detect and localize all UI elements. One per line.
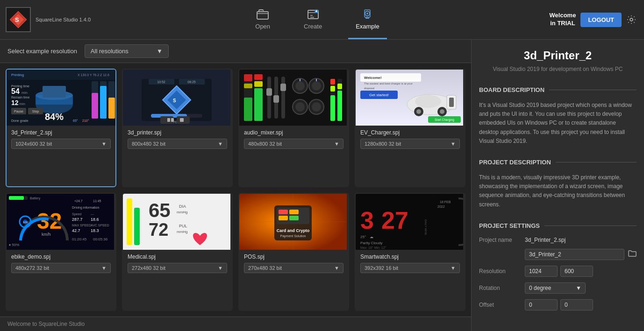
svg-text:54: 54	[11, 87, 20, 95]
svg-text:The easiest and best charger i: The easiest and best charger is at your	[364, 82, 413, 85]
status-bar: Welcome to SquareLine Studio	[0, 317, 471, 331]
logout-button[interactable]: LOGOUT	[580, 13, 622, 27]
card-resolution-pos[interactable]: 270x480 32 bit ▼	[244, 263, 343, 273]
svg-text:Speed: Speed	[72, 212, 81, 216]
project-description-body: This is a modern, visually impressive 3D…	[472, 170, 644, 216]
svg-text:☁: ☁	[370, 235, 373, 239]
example-card-medical[interactable]: 65 DIA mmHg 72 PUL mmHg Medical.spj 272	[122, 193, 233, 311]
card-thumb-3d-printer: S 70% 10:52 08:25	[123, 70, 232, 126]
svg-text:♦ 50%: ♦ 50%	[9, 243, 19, 247]
svg-text:disposal: disposal	[364, 87, 374, 90]
svg-rect-81	[330, 95, 335, 121]
card-info-3d-printer-2: 3d_Printer_2.spj 1024x600 32 bit ▼	[7, 126, 115, 153]
svg-text:3: 3	[360, 207, 374, 234]
board-description-header: BOARD DESCRIPTION	[472, 80, 644, 98]
card-thumb-medical: 65 DIA mmHg 72 PUL mmHg	[123, 194, 232, 250]
example-card-3d-printer[interactable]: S 70% 10:52 08:25	[122, 69, 233, 187]
svg-text:mmHg: mmHg	[177, 230, 188, 234]
svg-point-7	[366, 13, 368, 14]
svg-text:100: 100	[23, 221, 28, 224]
project-folder-input[interactable]	[525, 249, 624, 260]
svg-rect-23	[108, 98, 115, 119]
card-resolution-arrow-7: ▼	[451, 265, 456, 271]
example-card-ebike[interactable]: Battery 32 km/h +24.7 11:45 Driving info…	[6, 193, 116, 311]
svg-text:Battery: Battery	[30, 197, 41, 200]
svg-rect-21	[100, 86, 107, 119]
card-resolution-ebike[interactable]: 480x272 32 bit ▼	[11, 263, 111, 273]
settings-button[interactable]	[626, 14, 637, 25]
card-resolution-medical[interactable]: 272x480 32 bit ▼	[128, 263, 227, 273]
svg-point-99	[440, 109, 444, 114]
svg-rect-64	[267, 77, 271, 119]
nav-open[interactable]: Open	[248, 0, 278, 39]
card-resolution-arrow: ▼	[101, 141, 107, 147]
svg-text:PUL: PUL	[179, 224, 187, 228]
project-description-header: PROJECT DESCRIPTION	[472, 152, 644, 170]
example-card-smartwatch[interactable]: 18 FEB 2022 3 27 25° ☁ Partly Cloudy D	[355, 193, 465, 311]
resolution-width-input[interactable]	[525, 266, 558, 277]
svg-text:Driving information: Driving information	[72, 206, 99, 210]
svg-text:Max: 18° Min: 12°: Max: 18° Min: 12°	[360, 246, 386, 249]
folder-browse-button[interactable]	[628, 250, 637, 259]
card-resolution-arrow-2: ▼	[334, 141, 339, 147]
svg-text:X 130.0  Y 76.2  Z 12.6: X 130.0 Y 76.2 Z 12.6	[78, 73, 109, 77]
card-resolution-ev[interactable]: 1280x800 32 bit ▼	[360, 139, 460, 149]
svg-point-9	[630, 18, 633, 21]
example-card-pos[interactable]: Card and Crypto Payment Solution POS.spj…	[238, 193, 349, 311]
rotation-select[interactable]: 0 degree ▼	[525, 282, 586, 294]
svg-text:18 FEB: 18 FEB	[440, 200, 451, 204]
example-card-ev[interactable]: Welcome! The easiest and best charger is…	[355, 69, 465, 187]
svg-text:18.6: 18.6	[91, 217, 99, 222]
project-settings-line	[544, 225, 637, 226]
svg-rect-57	[244, 98, 252, 121]
resolution-height-input[interactable]	[560, 266, 593, 277]
card-resolution-3d-printer[interactable]: 800x480 32 bit ▼	[128, 139, 227, 149]
svg-text:Printing: Printing	[11, 73, 24, 77]
svg-rect-58	[244, 84, 252, 88]
card-thumb-audio	[239, 70, 348, 126]
rotation-label: Rotation	[479, 285, 521, 291]
resolution-select-value: All resolutions	[91, 48, 129, 55]
card-resolution-arrow-3: ▼	[451, 141, 456, 147]
resolution-select[interactable]: All resolutions ▼	[85, 44, 169, 58]
card-resolution-audio[interactable]: 480x800 32 bit ▼	[244, 139, 343, 149]
svg-rect-129	[134, 208, 140, 245]
nav-example[interactable]: Example	[348, 0, 387, 39]
svg-point-79	[312, 102, 321, 112]
settings-row-resolution: Resolution	[472, 263, 644, 280]
offset-y-input[interactable]	[560, 299, 593, 310]
nav-create-label: Create	[304, 23, 322, 30]
svg-rect-19	[92, 93, 98, 119]
resolution-settings-label: Resolution	[479, 268, 521, 275]
card-resolution-arrow-4: ▼	[101, 265, 107, 271]
svg-text:72: 72	[149, 220, 168, 239]
settings-row-offset: Offset	[472, 296, 644, 313]
card-name-smartwatch: Smartwatch.spj	[360, 254, 460, 260]
svg-text:Start Charging: Start Charging	[435, 118, 454, 122]
right-panel: 3d_Printer_2 Visual Studio 2019 for deve…	[471, 40, 644, 331]
svg-text:Partly Cloudy: Partly Cloudy	[360, 241, 383, 245]
card-info-medical: Medical.spj 272x480 32 bit ▼	[123, 250, 232, 277]
nav-create[interactable]: Create	[296, 0, 329, 39]
card-name-3d-printer-2: 3d_Printer_2.spj	[11, 129, 111, 136]
card-resolution-3d-printer-2[interactable]: 1024x600 32 bit ▼	[11, 139, 111, 149]
card-name-ebike: ebike_demo.spj	[11, 254, 111, 260]
svg-rect-85	[337, 91, 342, 121]
status-text: Welcome to SquareLine Studio	[7, 321, 85, 327]
offset-x-input[interactable]	[525, 299, 558, 310]
svg-text:S: S	[173, 98, 176, 103]
example-card-3d-printer-2[interactable]: Printing X 130.0 Y 76.2 Z 12.6	[6, 69, 116, 187]
right-panel-title: 3d_Printer_2	[472, 40, 644, 64]
logo-area: S SquareLine Studio 1.4.0	[0, 7, 93, 32]
example-card-audio[interactable]: audio_mixer.spj 480x800 32 bit ▼	[238, 69, 349, 187]
nav-example-label: Example	[356, 23, 379, 30]
svg-text:287.7: 287.7	[72, 217, 83, 222]
svg-text:11:45: 11:45	[93, 199, 101, 203]
svg-rect-144	[289, 210, 299, 214]
svg-text:km/h: km/h	[42, 232, 51, 237]
app-title-text: SquareLine Studio 1.4.0	[36, 16, 91, 23]
card-resolution-smartwatch[interactable]: 392x392 16 bit ▼	[360, 263, 460, 273]
svg-text:Stop: Stop	[32, 110, 39, 113]
card-thumb-ebike: Battery 32 km/h +24.7 11:45 Driving info…	[7, 194, 115, 250]
nav-open-label: Open	[255, 23, 270, 30]
